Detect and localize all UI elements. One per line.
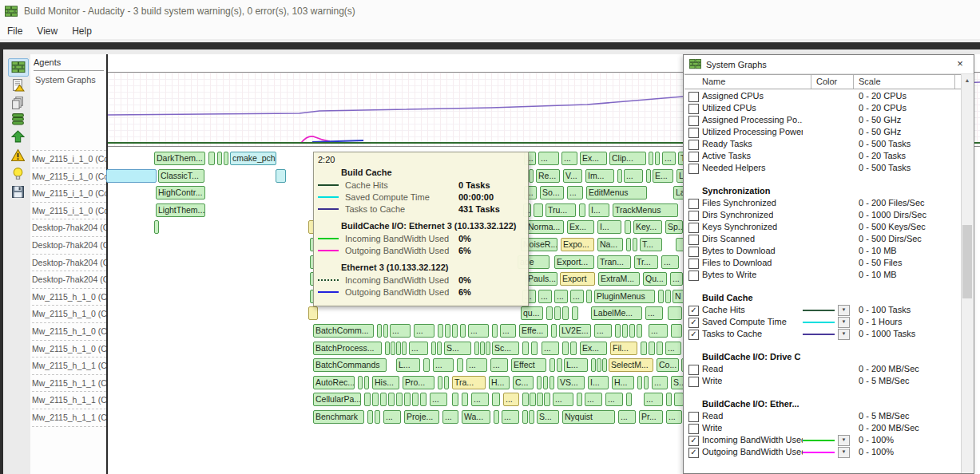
- task-bar[interactable]: [438, 324, 443, 338]
- task-bar[interactable]: So...: [540, 186, 564, 199]
- checkbox-unchecked[interactable]: [688, 128, 699, 138]
- task-bar[interactable]: [402, 342, 407, 355]
- task-bar[interactable]: [668, 306, 682, 320]
- task-bar[interactable]: [388, 393, 395, 406]
- task-bar[interactable]: [208, 152, 215, 165]
- task-bar[interactable]: [537, 376, 542, 389]
- task-bar[interactable]: [364, 393, 371, 406]
- task-bar[interactable]: [597, 358, 601, 372]
- task-bar[interactable]: ...: [538, 152, 559, 165]
- task-bar[interactable]: cmake_pch: [230, 152, 276, 165]
- task-bar[interactable]: Clip...: [609, 152, 646, 165]
- agent-row[interactable]: Mw_2115_h_1_0 (C: [32, 340, 106, 358]
- task-bar[interactable]: [562, 306, 569, 320]
- task-bar[interactable]: [579, 203, 585, 217]
- task-bar[interactable]: [364, 376, 369, 389]
- task-bar[interactable]: [492, 393, 500, 406]
- task-bar[interactable]: [572, 306, 578, 320]
- task-bar[interactable]: [106, 169, 157, 183]
- task-bar[interactable]: E...: [653, 169, 673, 183]
- task-bar[interactable]: [577, 393, 582, 406]
- system-graphs-row-label[interactable]: System Graphs: [35, 75, 96, 85]
- task-bar[interactable]: Tra...: [452, 376, 486, 389]
- task-bar[interactable]: SelectM...: [609, 358, 653, 372]
- task-bar[interactable]: C...: [513, 376, 534, 389]
- task-bar[interactable]: [617, 169, 622, 183]
- checkbox-unchecked[interactable]: [688, 377, 699, 387]
- task-bar[interactable]: [452, 393, 458, 406]
- task-bar[interactable]: [412, 393, 419, 406]
- checkbox-unchecked[interactable]: [688, 365, 699, 375]
- task-bar[interactable]: [396, 342, 401, 355]
- task-bar[interactable]: ...: [442, 410, 458, 424]
- task-bar[interactable]: ...: [567, 186, 583, 199]
- task-bar[interactable]: ...: [666, 410, 682, 424]
- task-bar[interactable]: ...: [594, 324, 612, 338]
- menu-view[interactable]: View: [30, 24, 65, 38]
- agent-row[interactable]: Desktop-7hak204 (C: [32, 271, 106, 289]
- task-bar[interactable]: ...: [665, 342, 681, 355]
- agent-row[interactable]: Mw_2115_h_1_1 (C: [32, 391, 106, 409]
- task-bar[interactable]: [544, 393, 550, 406]
- task-bar[interactable]: [396, 393, 403, 406]
- task-bar[interactable]: [615, 324, 621, 338]
- task-bar[interactable]: ...: [605, 393, 623, 406]
- agent-row[interactable]: Mw_2115_i_1_0 (Co: [32, 184, 106, 203]
- color-dropdown-icon[interactable]: ▼: [838, 447, 850, 458]
- task-bar[interactable]: Pro...: [403, 376, 434, 389]
- task-bar[interactable]: I...: [597, 220, 621, 234]
- task-bar[interactable]: [391, 342, 395, 355]
- task-bar[interactable]: I...: [589, 203, 609, 217]
- task-bar[interactable]: Ex...: [580, 342, 607, 355]
- task-bar[interactable]: [629, 324, 635, 338]
- task-bar[interactable]: ...: [554, 290, 568, 303]
- task-bar[interactable]: [550, 358, 555, 372]
- task-bar[interactable]: [377, 324, 382, 338]
- task-bar[interactable]: Im...: [585, 169, 614, 183]
- agent-row[interactable]: Mw_2115_h_1_0 (C: [32, 322, 106, 341]
- task-bar[interactable]: HighContr...: [156, 186, 205, 199]
- task-bar[interactable]: Co...: [657, 358, 679, 372]
- task-bar[interactable]: [358, 376, 363, 389]
- task-bar[interactable]: [423, 358, 430, 372]
- task-bar[interactable]: [367, 410, 373, 424]
- task-bar[interactable]: [644, 376, 649, 389]
- task-bar[interactable]: [460, 324, 466, 338]
- agent-row[interactable]: Mw_2115_i_1_0 (Co: [32, 150, 106, 168]
- build-progress-icon[interactable]: [8, 58, 29, 77]
- task-bar[interactable]: [649, 152, 653, 165]
- task-bar[interactable]: ...: [490, 358, 508, 372]
- task-bar[interactable]: ...: [383, 410, 401, 424]
- task-bar[interactable]: Effect: [511, 358, 546, 372]
- task-bar[interactable]: DarkThem...: [154, 152, 205, 165]
- task-bar[interactable]: [372, 393, 379, 406]
- build-cache-icon[interactable]: [8, 111, 27, 128]
- task-bar[interactable]: ...: [430, 393, 447, 406]
- task-bar[interactable]: [655, 152, 660, 165]
- task-bar[interactable]: [462, 393, 468, 406]
- task-bar[interactable]: Fil...: [610, 342, 637, 355]
- task-bar[interactable]: S...: [444, 342, 471, 355]
- task-bar[interactable]: ...: [471, 393, 489, 406]
- task-bar[interactable]: [474, 342, 479, 355]
- task-bar[interactable]: ...: [409, 342, 428, 355]
- save-icon[interactable]: [8, 184, 27, 200]
- task-bar[interactable]: [637, 376, 642, 389]
- task-bar[interactable]: Tr...: [634, 255, 658, 269]
- task-bar[interactable]: ...: [466, 358, 487, 372]
- task-bar[interactable]: [522, 410, 528, 424]
- task-bar[interactable]: BatchComm...: [313, 324, 374, 338]
- build-report-icon[interactable]: [8, 77, 27, 93]
- task-bar[interactable]: VS...: [557, 376, 585, 389]
- task-bar[interactable]: [625, 220, 631, 234]
- task-bar[interactable]: ...: [662, 152, 676, 165]
- task-bar[interactable]: ...: [500, 324, 516, 338]
- task-bar[interactable]: ...: [585, 393, 602, 406]
- color-dropdown-icon[interactable]: ▼: [838, 435, 850, 446]
- task-bar[interactable]: [657, 342, 663, 355]
- color-dropdown-icon[interactable]: ▼: [838, 305, 850, 316]
- task-bar[interactable]: ...: [502, 410, 519, 424]
- checkbox-checked[interactable]: ✓: [688, 306, 699, 316]
- task-bar[interactable]: [626, 393, 632, 406]
- task-bar[interactable]: [480, 342, 485, 355]
